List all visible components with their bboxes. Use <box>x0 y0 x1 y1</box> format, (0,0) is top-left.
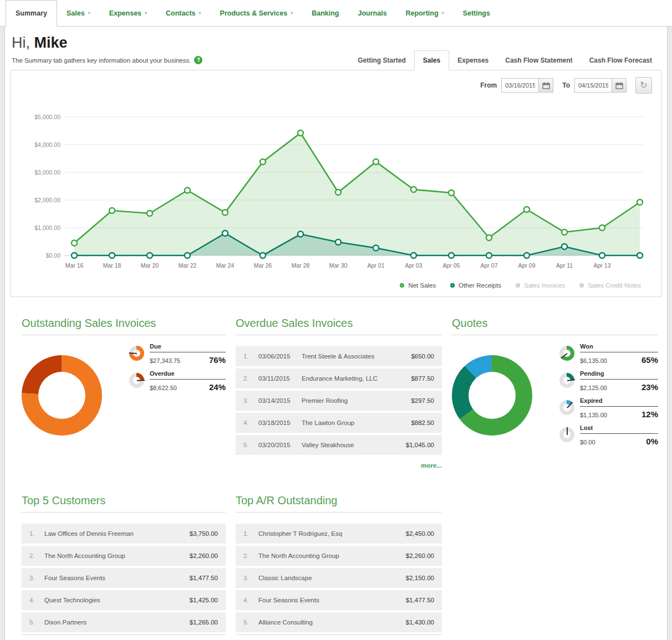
help-icon[interactable]: ? <box>194 56 202 64</box>
legend-net-sales[interactable]: Net Sales <box>400 282 436 289</box>
table-row[interactable]: 1.03/06/2015Trent Steele & Associates$65… <box>236 346 442 366</box>
section-title: Quotes <box>452 317 658 335</box>
table-row[interactable]: 4.Quest Technologies$1,425.00 <box>22 590 226 610</box>
legend-sales-credit-notes[interactable]: Sales Credit Notes <box>579 282 641 289</box>
gauge-icon <box>559 346 574 361</box>
nav-tab-contacts[interactable]: Contacts▾ <box>156 0 211 26</box>
nav-tab-expenses[interactable]: Expenses▾ <box>100 0 156 26</box>
user-name: Mike <box>34 34 68 51</box>
sales-line-chart: $0.00$1,000.00$2,000.00$3,000.00$4,000.0… <box>12 95 660 278</box>
bottom-sections-row: Top 5 Customers 1.Law Offices of Dennis … <box>5 470 667 640</box>
table-row[interactable]: 2.The North Accounting Group$2,260.00 <box>22 546 226 566</box>
calendar-icon <box>542 82 550 89</box>
overdue-more-link[interactable]: more... <box>421 462 442 469</box>
stat-due: Due $27,343.75 76% <box>150 343 226 365</box>
svg-text:Apr 09: Apr 09 <box>518 262 536 269</box>
svg-text:$0.00: $0.00 <box>46 252 60 259</box>
table-row[interactable]: 1.Christopher T Rodriguez, Esq$2,450.00 <box>236 524 442 544</box>
top-customers-table: 1.Law Offices of Dennis Freeman$3,750.00… <box>22 524 226 640</box>
calendar-icon <box>615 82 623 89</box>
refresh-button[interactable]: ↻ <box>635 77 652 94</box>
svg-text:$1,000.00: $1,000.00 <box>34 224 60 231</box>
svg-text:$2,000.00: $2,000.00 <box>34 197 60 203</box>
nav-tab-reporting[interactable]: Reporting▾ <box>396 0 454 26</box>
svg-text:Mar 26: Mar 26 <box>254 262 272 269</box>
greeting-prefix: Hi, <box>12 34 30 51</box>
table-row[interactable]: 1.Law Offices of Dennis Freeman$3,750.00 <box>22 524 226 544</box>
nav-tab-label: Products & Services <box>220 9 288 17</box>
tab-sales[interactable]: Sales <box>414 50 449 70</box>
svg-text:Mar 18: Mar 18 <box>103 262 121 269</box>
svg-text:Apr 11: Apr 11 <box>556 262 573 269</box>
table-row[interactable]: 3.03/14/2015Premier Roofing$297.50 <box>236 391 442 411</box>
other-receipts-marker-icon <box>450 283 455 288</box>
table-row[interactable]: 2.The North Accounting Group$2,260.00 <box>236 546 442 566</box>
table-row[interactable]: 2.03/11/2015Endurance Marketing, LLC$877… <box>236 368 442 388</box>
tab-expenses[interactable]: Expenses <box>449 51 497 70</box>
table-row[interactable]: 5.Alliance Consulting$1,430.00 <box>236 612 442 632</box>
stat-label: Expired <box>580 397 658 407</box>
table-row[interactable]: 3.Classic Landscape$2,150.00 <box>236 568 442 588</box>
table-row[interactable]: 4.Four Seasons Events$1,477.50 <box>236 590 442 610</box>
stat-amount: $6,135.00 <box>580 357 607 364</box>
stat-overdue: Overdue $8,622.50 24% <box>150 370 226 392</box>
table-row[interactable]: 3.Four Seasons Events$1,477.50 <box>22 568 226 588</box>
from-calendar-button[interactable] <box>538 78 553 93</box>
legend-other-receipts[interactable]: Other Receipts <box>450 282 501 289</box>
tab-getting-started[interactable]: Getting Started <box>349 51 414 70</box>
overdue-invoices-table: 1.03/06/2015Trent Steele & Associates$65… <box>236 346 442 470</box>
svg-text:Mar 16: Mar 16 <box>65 262 84 269</box>
kpi-sections-row: Outstanding Sales Invoices Due $27,343.7… <box>5 297 667 470</box>
outstanding-invoices-section: Outstanding Sales Invoices Due $27,343.7… <box>22 317 226 470</box>
nav-tab-sales[interactable]: Sales▾ <box>57 0 100 26</box>
tab-cash-flow-forecast[interactable]: Cash Flow Forecast <box>581 51 660 70</box>
table-row[interactable]: 5.03/20/2015Valley Steakhouse$1,045.00 <box>236 435 442 455</box>
stat-expired: Expired $1,135.00 12% <box>580 397 658 419</box>
date-range-toolbar: From To <box>11 77 661 94</box>
nav-tab-banking[interactable]: Banking <box>302 0 348 26</box>
donut-hole <box>469 372 516 419</box>
svg-text:Mar 22: Mar 22 <box>179 262 197 269</box>
section-title: Top 5 Customers <box>22 494 226 513</box>
greeting-block: Hi, Mike The Summary tab gathers key inf… <box>12 34 202 70</box>
svg-text:Apr 01: Apr 01 <box>368 262 385 269</box>
to-label: To <box>562 81 570 89</box>
from-label: From <box>480 81 497 89</box>
main-content: Hi, Mike The Summary tab gathers key inf… <box>4 27 668 640</box>
nav-tab-journals[interactable]: Journals <box>348 0 396 26</box>
stat-amount: $1,135.00 <box>580 412 607 418</box>
svg-text:Mar 20: Mar 20 <box>141 262 159 269</box>
section-title: Top A/R Outstanding <box>236 494 442 513</box>
table-row[interactable]: 4.03/18/2015The Lawton Group$882.50 <box>236 413 442 433</box>
tab-cash-flow-statement[interactable]: Cash Flow Statement <box>497 51 581 70</box>
page-subtitle: The Summary tab gathers key information … <box>12 57 191 64</box>
header-row: Hi, Mike The Summary tab gathers key inf… <box>5 27 667 70</box>
nav-tab-products-services[interactable]: Products & Services▾ <box>211 0 303 26</box>
table-row[interactable]: 5.Dixon Partners$1,265.00 <box>22 612 226 632</box>
from-date-group <box>501 78 553 93</box>
top-ar-table: 1.Christopher T Rodriguez, Esq$2,450.00 … <box>236 524 442 640</box>
svg-text:$5,000.00: $5,000.00 <box>34 114 60 120</box>
chevron-down-icon: ▾ <box>442 11 444 16</box>
stat-percent: 23% <box>642 382 658 392</box>
top-customers-section: Top 5 Customers 1.Law Offices of Dennis … <box>22 494 226 640</box>
outstanding-donut-chart <box>22 355 102 436</box>
nav-tab-settings[interactable]: Settings <box>454 0 500 26</box>
to-calendar-button[interactable] <box>612 78 627 93</box>
chart-legend: Net Sales Other Receipts Sales Invoices … <box>11 278 661 294</box>
sales-credit-notes-marker-icon <box>579 283 584 288</box>
gauge-icon <box>559 373 574 388</box>
nav-tab-summary[interactable]: Summary <box>6 0 57 27</box>
from-date-input[interactable] <box>501 78 539 93</box>
legend-sales-invoices[interactable]: Sales Invoices <box>516 282 565 289</box>
top-nav: Summary Sales▾ Expenses▾ Contacts▾ Produ… <box>0 0 672 27</box>
page-title: Hi, Mike <box>12 34 202 52</box>
nav-tab-label: Summary <box>16 9 47 17</box>
chevron-down-icon: ▾ <box>145 11 147 16</box>
stat-won: Won $6,135.00 65% <box>580 343 658 365</box>
to-date-input[interactable] <box>574 78 612 93</box>
chevron-down-icon: ▾ <box>88 11 90 16</box>
nav-tab-label: Contacts <box>166 9 195 17</box>
svg-text:Apr 13: Apr 13 <box>594 262 611 269</box>
net-sales-marker-icon <box>400 283 404 288</box>
